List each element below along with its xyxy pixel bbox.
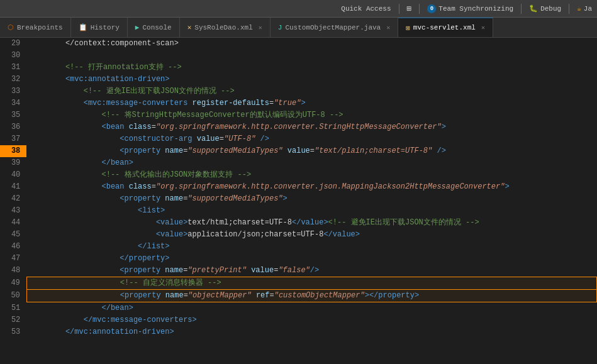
table-row: 50 <property name="objectMapper" ref="cu… xyxy=(0,290,597,302)
line-num: 43 xyxy=(0,205,26,217)
line-content: <list> xyxy=(26,205,596,217)
line-content: </bean> xyxy=(26,302,596,315)
tab-bar: ⬡ Breakpoints 📋 History ▶ Console ✕ SysR… xyxy=(0,18,597,38)
tab-custommapper-close[interactable]: ✕ xyxy=(386,24,390,31)
debug-icon: 🐛 xyxy=(529,4,538,13)
table-row: 45 <value>application/json;charset=UTF-8… xyxy=(0,229,597,241)
line-num: 35 xyxy=(0,109,26,121)
table-row: 36 <bean class="org.springframework.http… xyxy=(0,121,597,133)
top-bar: Quick Access ⊞ 0 Team Synchronizing 🐛 De… xyxy=(0,0,597,18)
line-content: <mvc:message-converters register-default… xyxy=(26,97,596,109)
line-num: 39 xyxy=(0,157,26,169)
line-num: 44 xyxy=(0,217,26,229)
tab-breakpoints[interactable]: ⬡ Breakpoints xyxy=(0,18,71,37)
perspective-switcher[interactable]: ⊞ xyxy=(407,4,412,14)
java-perspective-icon: ☕ xyxy=(577,4,581,13)
line-num: 51 xyxy=(0,302,26,315)
quick-access-button[interactable]: Quick Access xyxy=(341,5,391,13)
table-row: 52 </mvc:message-converters> xyxy=(0,314,597,326)
table-row: 31 <!-- 打开annotation支持 --> xyxy=(0,62,597,74)
console-icon: ▶ xyxy=(135,23,140,31)
line-num: 32 xyxy=(0,74,26,85)
line-num: 29 xyxy=(0,38,26,50)
xml-icon-2: ⊠ xyxy=(406,24,410,32)
table-row: 34 <mvc:message-converters register-defa… xyxy=(0,97,597,109)
line-content: <!-- 避免IE出现下载JSON文件的情况 --> xyxy=(26,85,596,97)
line-content: <mvc:annotation-driven> xyxy=(26,74,596,85)
team-sync-label: Team Synchronizing xyxy=(438,5,513,13)
table-row: 37 <constructor-arg value="UTF-8" /> xyxy=(0,133,597,145)
table-row: 51 </bean> xyxy=(0,302,597,315)
table-row: 35 <!-- 将StringHttpMessageConverter的默认编码… xyxy=(0,109,597,121)
debug-button[interactable]: 🐛 Debug xyxy=(529,4,561,13)
table-row: 32 <mvc:annotation-driven> xyxy=(0,74,597,85)
table-row: 41 <bean class="org.springframework.http… xyxy=(0,181,597,193)
line-num: 33 xyxy=(0,85,26,97)
java-icon: J xyxy=(278,24,282,31)
line-content: <bean class="org.springframework.http.co… xyxy=(26,121,596,133)
table-row: 33 <!-- 避免IE出现下载JSON文件的情况 --> xyxy=(0,85,597,97)
line-num: 42 xyxy=(0,193,26,205)
line-content: <value>text/html;charset=UTF-8</value><!… xyxy=(26,217,596,229)
history-icon: 📋 xyxy=(79,23,87,31)
tab-mvcservlet-label: mvc-servlet.xml xyxy=(413,24,476,31)
line-num: 34 xyxy=(0,97,26,109)
line-num: 37 xyxy=(0,133,26,145)
breakpoints-icon: ⬡ xyxy=(8,23,14,31)
line-num: 40 xyxy=(0,169,26,181)
line-content: <!-- 自定义消息转换器 --> xyxy=(26,277,596,290)
tab-mvcservlet[interactable]: ⊠ mvc-servlet.xml ✕ xyxy=(398,18,493,37)
table-row: 39 </bean> xyxy=(0,157,597,169)
line-num: 30 xyxy=(0,50,26,62)
line-num: 47 xyxy=(0,253,26,265)
line-num: 53 xyxy=(0,326,26,338)
table-row: 29 </context:component-scan> xyxy=(0,38,597,50)
line-num: 49 xyxy=(0,277,26,290)
line-num: 31 xyxy=(0,62,26,74)
line-content: <property name="supportedMediaTypes" val… xyxy=(26,145,596,157)
line-num: 50 xyxy=(0,290,26,302)
table-row: 44 <value>text/html;charset=UTF-8</value… xyxy=(0,217,597,229)
code-editor: 29 </context:component-scan>3031 <!-- 打开… xyxy=(0,38,597,364)
tab-sysroledao-label: SysRoleDao.xml xyxy=(194,24,252,31)
table-row: 42 <property name="supportedMediaTypes"> xyxy=(0,193,597,205)
xml-icon-1: ✕ xyxy=(187,23,192,31)
tab-mvcservlet-close[interactable]: ✕ xyxy=(481,24,485,31)
line-content: </property> xyxy=(26,253,596,265)
line-num: 48 xyxy=(0,265,26,277)
table-row: 43 <list> xyxy=(0,205,597,217)
line-num: 45 xyxy=(0,229,26,241)
line-content: <value>application/json;charset=UTF-8</v… xyxy=(26,229,596,241)
line-content: <property name="objectMapper" ref="custo… xyxy=(26,290,596,302)
java-perspective-button[interactable]: ☕ Ja xyxy=(577,4,592,13)
line-content: <property name="prettyPrint" value="fals… xyxy=(26,265,596,277)
code-table: 29 </context:component-scan>3031 <!-- 打开… xyxy=(0,38,597,338)
quick-access-label: Quick Access xyxy=(341,5,391,13)
tab-breakpoints-label: Breakpoints xyxy=(17,24,63,31)
tab-custommapper[interactable]: J CustomObjectMapper.java ✕ xyxy=(271,18,398,37)
sync-badge: 0 xyxy=(427,4,436,13)
java-label: Ja xyxy=(584,5,592,13)
separator-2 xyxy=(419,4,420,14)
table-row: 30 xyxy=(0,50,597,62)
line-content xyxy=(26,50,596,62)
line-num: 46 xyxy=(0,241,26,253)
table-row: 40 <!-- 格式化输出的JSON对象数据支持 --> xyxy=(0,169,597,181)
line-num: 38 xyxy=(0,145,26,157)
tab-custommapper-label: CustomObjectMapper.java xyxy=(285,24,381,31)
debug-label: Debug xyxy=(540,5,561,13)
line-content: <!-- 格式化输出的JSON对象数据支持 --> xyxy=(26,169,596,181)
line-num: 41 xyxy=(0,181,26,193)
table-row: 49 <!-- 自定义消息转换器 --> xyxy=(0,277,597,290)
team-sync-button[interactable]: 0 Team Synchronizing xyxy=(427,4,513,13)
line-num: 36 xyxy=(0,121,26,133)
line-content: </context:component-scan> xyxy=(26,38,596,50)
tab-history[interactable]: 📋 History xyxy=(71,18,128,37)
line-content: <constructor-arg value="UTF-8" /> xyxy=(26,133,596,145)
tab-console[interactable]: ▶ Console xyxy=(128,18,180,37)
tab-sysroledao[interactable]: ✕ SysRoleDao.xml ✕ xyxy=(180,18,271,37)
table-row: 53 </mvc:annotation-driven> xyxy=(0,326,597,338)
table-row: 38 <property name="supportedMediaTypes" … xyxy=(0,145,597,157)
tab-sysroledao-close[interactable]: ✕ xyxy=(259,24,262,31)
separator-3 xyxy=(521,4,522,14)
